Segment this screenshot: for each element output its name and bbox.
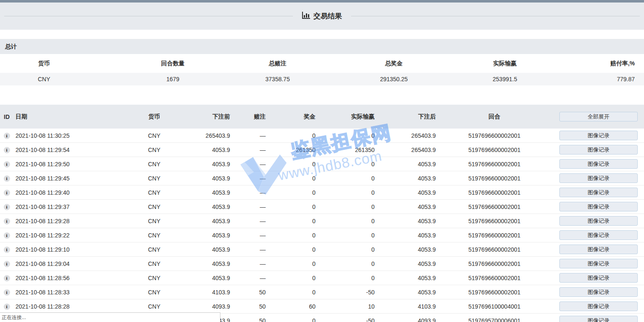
image-record-button[interactable]: 图像记录 xyxy=(559,202,638,211)
image-record-button[interactable]: 图像记录 xyxy=(559,259,638,268)
cell-currency: CNY xyxy=(138,189,170,196)
table-body: i 2021-10-08 11:30:25 CNY 265403.9 — 0 0… xyxy=(0,129,644,322)
cell-bet-before: 4053.9 xyxy=(170,189,230,196)
table-row: i 2021-10-08 11:28:33 CNY 4103.9 50 0 -5… xyxy=(0,285,644,299)
cell-currency: CNY xyxy=(138,161,170,167)
summary-rounds: 1679 xyxy=(88,76,258,82)
cell-bet: 50 xyxy=(230,303,266,310)
info-icon[interactable]: i xyxy=(4,133,10,139)
table-row: i 2021-10-08 11:29:37 CNY 4053.9 — 0 0 4… xyxy=(0,200,644,214)
info-icon[interactable]: i xyxy=(4,147,10,153)
col-bet: 赌注 xyxy=(230,113,266,121)
image-record-button[interactable]: 图像记录 xyxy=(559,245,638,254)
cell-bet-after: 4053.9 xyxy=(375,175,436,182)
cell-bet-before: 4103.9 xyxy=(170,289,230,296)
browser-status-bar: 正在连接... xyxy=(0,312,220,322)
info-icon[interactable]: i xyxy=(4,218,10,224)
summary-total-prize: 291350.25 xyxy=(297,76,490,82)
summary-total-bet: 37358.75 xyxy=(258,76,297,82)
cell-date: 2021-10-08 11:28:33 xyxy=(13,289,138,296)
cell-round: 5197696600002001 xyxy=(436,260,553,267)
cell-date: 2021-10-08 11:28:56 xyxy=(13,275,138,281)
cell-currency: CNY xyxy=(138,275,170,281)
table-row: i 2021-10-08 11:29:10 CNY 4053.9 — 0 0 4… xyxy=(0,242,644,257)
info-icon[interactable]: i xyxy=(4,261,10,267)
cell-prize: 0 xyxy=(266,260,316,267)
info-icon[interactable]: i xyxy=(4,289,10,296)
summary-col-rounds: 回合数量 xyxy=(88,60,258,67)
cell-round: 5197696600002001 xyxy=(436,147,553,153)
cell-date: 2021-10-08 11:29:37 xyxy=(13,204,138,210)
cell-currency: CNY xyxy=(138,246,170,253)
cell-round: 5197696100004001 xyxy=(436,303,553,310)
cell-bet-after: 4103.9 xyxy=(375,303,436,310)
info-icon[interactable]: i xyxy=(4,304,10,310)
cell-date: 2021-10-08 11:29:40 xyxy=(13,189,138,196)
cell-prize: 0 xyxy=(266,246,316,253)
cell-bet-after: 265403.9 xyxy=(375,147,436,153)
image-record-button[interactable]: 图像记录 xyxy=(559,145,638,155)
page-title-text: 交易结果 xyxy=(313,11,342,21)
info-icon[interactable]: i xyxy=(4,175,10,182)
cell-bet: — xyxy=(230,232,266,239)
cell-bet-after: 4053.9 xyxy=(375,260,436,267)
cell-currency: CNY xyxy=(138,232,170,239)
cell-win-loss: 0 xyxy=(316,204,375,210)
cell-prize: 0 xyxy=(266,204,316,210)
cell-date: 2021-10-08 11:29:04 xyxy=(13,260,138,267)
image-record-button[interactable]: 图像记录 xyxy=(559,159,638,169)
cell-round: 5197695700006001 xyxy=(436,317,553,322)
cell-bet-before: 4093.9 xyxy=(170,303,230,310)
image-record-button[interactable]: 图像记录 xyxy=(559,131,638,140)
header-divider-left xyxy=(4,16,293,16)
cell-win-loss: 0 xyxy=(316,132,375,139)
cell-currency: CNY xyxy=(138,260,170,267)
cell-date: 2021-10-08 11:29:28 xyxy=(13,218,138,224)
info-icon[interactable]: i xyxy=(4,190,10,196)
cell-win-loss: 10 xyxy=(316,303,375,310)
info-icon[interactable]: i xyxy=(4,275,10,281)
col-bet-before: 下注前 xyxy=(170,113,230,121)
image-record-button[interactable]: 图像记录 xyxy=(559,301,638,311)
cell-bet: — xyxy=(230,147,266,153)
image-record-button[interactable]: 图像记录 xyxy=(559,230,638,240)
col-prize: 奖金 xyxy=(266,113,316,121)
image-record-button[interactable]: 图像记录 xyxy=(559,316,638,322)
cell-bet-after: 4053.9 xyxy=(375,161,436,167)
cell-win-loss: 261350 xyxy=(316,147,375,153)
summary-col-win-loss: 实际输赢 xyxy=(490,60,520,67)
table-row: i 2021-10-08 11:28:56 CNY 4053.9 — 0 0 4… xyxy=(0,271,644,285)
cell-bet-before: 4053.9 xyxy=(170,175,230,182)
table-row: i 2021-10-08 11:28:28 CNY 4093.9 50 60 1… xyxy=(0,299,644,314)
summary-payout-rate: 779.87 xyxy=(520,76,644,82)
expand-all-button[interactable]: 全部展开 xyxy=(559,112,638,121)
cell-currency: CNY xyxy=(138,218,170,224)
image-record-button[interactable]: 图像记录 xyxy=(559,287,638,297)
cell-bet: — xyxy=(230,218,266,224)
summary-value-row: CNY 1679 37358.75 291350.25 253991.5 779… xyxy=(0,73,644,85)
table-row: i 2021-10-08 11:29:22 CNY 4053.9 — 0 0 4… xyxy=(0,228,644,242)
image-record-button[interactable]: 图像记录 xyxy=(559,216,638,226)
cell-date: 2021-10-08 11:29:22 xyxy=(13,232,138,239)
info-icon[interactable]: i xyxy=(4,232,10,239)
cell-round: 5197696600002001 xyxy=(436,218,553,224)
image-record-button[interactable]: 图像记录 xyxy=(559,188,638,197)
cell-prize: 0 xyxy=(266,218,316,224)
image-record-button[interactable]: 图像记录 xyxy=(559,273,638,283)
cell-prize: 0 xyxy=(266,189,316,196)
cell-bet-after: 4053.9 xyxy=(375,232,436,239)
cell-round: 5197696600002001 xyxy=(436,232,553,239)
info-icon[interactable]: i xyxy=(4,161,10,167)
cell-bet-before: 265403.9 xyxy=(170,132,230,139)
cell-win-loss: 0 xyxy=(316,275,375,281)
info-icon[interactable]: i xyxy=(4,204,10,210)
cell-prize: 0 xyxy=(266,175,316,182)
table-row: i 2021-10-08 11:29:45 CNY 4053.9 — 0 0 4… xyxy=(0,171,644,185)
cell-date: 2021-10-08 11:29:45 xyxy=(13,175,138,182)
image-record-button[interactable]: 图像记录 xyxy=(559,173,638,183)
cell-prize: 0 xyxy=(266,289,316,296)
cell-prize: 0 xyxy=(266,161,316,167)
info-icon[interactable]: i xyxy=(4,247,10,253)
page-header: 交易结果 xyxy=(0,3,644,30)
cell-currency: CNY xyxy=(138,204,170,210)
